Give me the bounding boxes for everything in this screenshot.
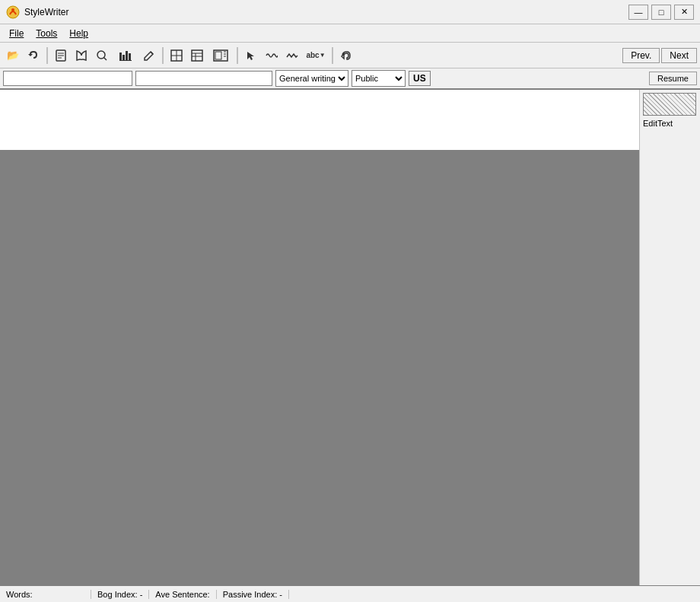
doc-button[interactable] [51, 46, 71, 65]
svg-rect-10 [126, 51, 128, 60]
app-icon [6, 5, 20, 19]
svg-point-1 [11, 8, 14, 11]
pencil-button[interactable] [139, 46, 159, 65]
svg-rect-11 [129, 53, 131, 60]
menu-help[interactable]: Help [63, 27, 94, 40]
svg-line-7 [104, 57, 107, 60]
app-title: StyleWriter [24, 7, 68, 18]
title-bar: StyleWriter — □ ✕ [0, 0, 700, 24]
title-bar-left: StyleWriter [6, 5, 68, 19]
svg-rect-9 [123, 55, 125, 60]
zigzag-button[interactable] [282, 46, 302, 65]
menu-tools[interactable]: Tools [30, 27, 63, 40]
cursor-button[interactable] [241, 46, 261, 65]
layout-button[interactable] [208, 46, 234, 65]
close-button[interactable]: ✕ [674, 5, 694, 20]
options-input-1[interactable] [3, 71, 132, 86]
gray-area [0, 151, 639, 585]
editor-area [0, 90, 639, 585]
svg-rect-8 [119, 53, 122, 60]
prev-button[interactable]: Prev. [622, 48, 660, 63]
right-panel: EditText [639, 90, 700, 585]
menu-file[interactable]: File [3, 27, 30, 40]
right-panel-body: EditText [640, 90, 700, 585]
right-panel-pattern [643, 93, 696, 116]
undo-button[interactable] [24, 46, 43, 65]
chart-button[interactable] [113, 46, 138, 65]
content-area: EditText [0, 90, 700, 585]
options-bar: General writing Technical Academic Busin… [0, 68, 700, 90]
sep3 [237, 47, 238, 64]
ave-sentence-status: Ave Sentence: [149, 590, 216, 599]
svg-rect-22 [215, 52, 221, 59]
document-area[interactable] [0, 90, 639, 151]
audience-select[interactable]: Public Technical Academic [352, 70, 406, 87]
sep2 [162, 47, 164, 64]
book-button[interactable] [72, 46, 91, 65]
sep1 [46, 47, 48, 64]
spellcheck-button[interactable] [92, 46, 112, 65]
words-status: Words: [0, 590, 91, 599]
svg-line-13 [151, 52, 153, 54]
locale-label: US [409, 71, 431, 86]
bog-index-status: Bog Index: - [91, 590, 149, 599]
table-button[interactable] [187, 46, 207, 65]
sep4 [332, 47, 333, 64]
wave-button[interactable] [262, 46, 282, 65]
abc-button[interactable]: abc ▼ [303, 46, 329, 65]
passive-index-status: Passive Index: - [217, 590, 289, 599]
menu-bar: File Tools Help [0, 24, 700, 43]
edittext-label: EditText [643, 119, 697, 128]
maximize-button[interactable]: □ [651, 5, 671, 20]
svg-rect-17 [192, 50, 202, 61]
undo2-button[interactable] [336, 46, 356, 65]
next-button[interactable]: Next [661, 48, 697, 63]
options-input-2[interactable] [135, 71, 272, 86]
toolbar: 📂 abc ▼ Prev. Next [0, 43, 700, 68]
title-bar-buttons: — □ ✕ [628, 5, 694, 20]
resume-button[interactable]: Resume [649, 72, 697, 85]
toolbar-nav: Prev. Next [622, 48, 697, 63]
open-button[interactable]: 📂 [3, 46, 23, 65]
grid-button[interactable] [167, 46, 186, 65]
writing-style-select[interactable]: General writing Technical Academic Busin… [275, 70, 348, 87]
status-bar: Words: Bog Index: - Ave Sentence: Passiv… [0, 585, 700, 602]
minimize-button[interactable]: — [628, 5, 648, 20]
